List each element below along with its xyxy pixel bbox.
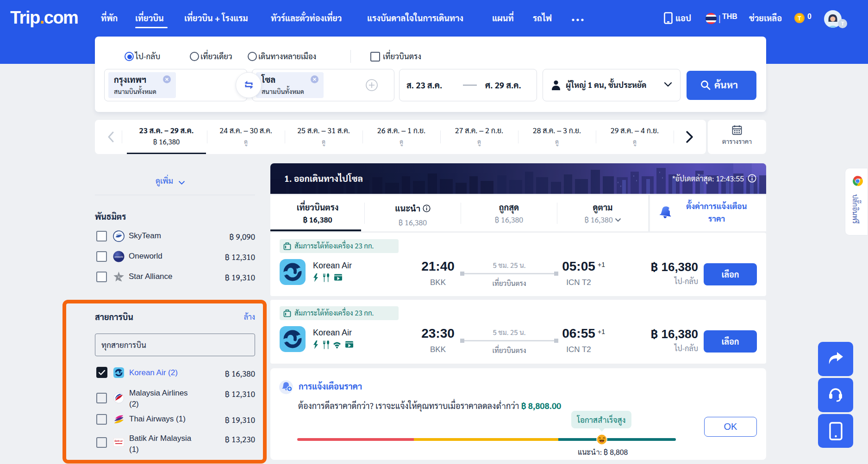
svg-text:T: T	[798, 15, 801, 22]
svg-text:Batik air: Batik air	[115, 440, 123, 442]
svg-text:T: T	[841, 21, 844, 26]
svg-text:oneworld: oneworld	[114, 256, 123, 258]
